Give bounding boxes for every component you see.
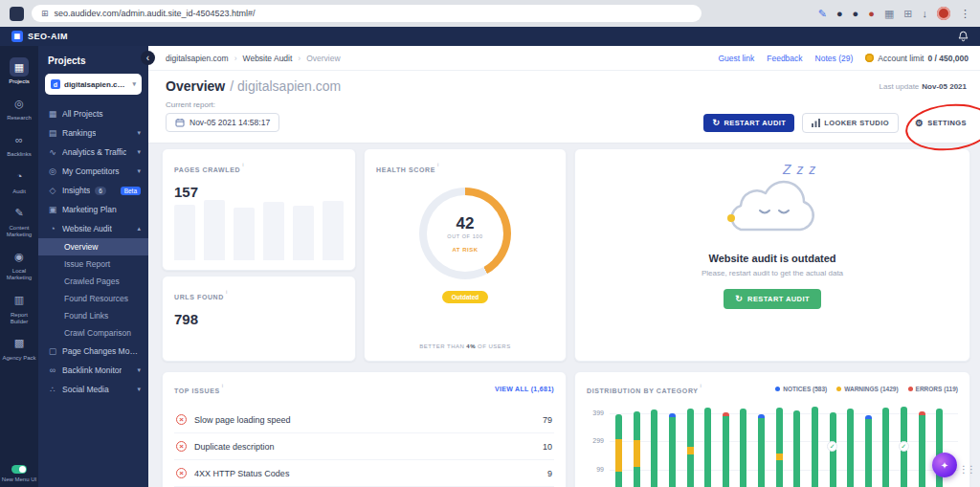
chevron-icon: ▾ <box>137 366 141 374</box>
rail-item[interactable]: ▩ Agency Pack <box>0 330 38 365</box>
sidebar-item-icon: ∴ <box>48 385 57 394</box>
rail-item-label: Research <box>7 115 32 122</box>
issue-row[interactable]: × 4XX HTTP Status Codes 9 <box>174 460 554 487</box>
sidebar-nav-item[interactable]: ∴ Social Media ▾ <box>38 380 148 399</box>
sidebar-sub-item[interactable]: Found Links <box>38 307 148 324</box>
rail-item[interactable]: ◉ Local Marketing <box>0 243 38 285</box>
sidebar-nav-item[interactable]: ∞ Backlink Monitor ▾ <box>38 361 148 380</box>
legend-item[interactable]: ERRORS (119) <box>908 386 958 392</box>
report-date-value: Nov-05 2021 14:58:17 <box>189 118 270 127</box>
dist-bar-segment <box>740 409 746 487</box>
sidebar-item-label: Marketing Plan <box>62 205 117 214</box>
legend-label: ERRORS (119) <box>916 386 958 392</box>
sidebar-sub-item[interactable]: Found Resources <box>38 290 148 307</box>
sidebar-nav-item[interactable]: ◔ Website Audit ▴ <box>38 219 148 238</box>
sidebar-nav-item[interactable]: ∿ Analytics & Traffic ▾ <box>38 143 148 162</box>
browser-menu-icon[interactable]: ⋮ <box>960 9 970 19</box>
site-settings-icon[interactable]: ⊞ <box>41 9 49 18</box>
notifications-bell-icon[interactable] <box>958 31 969 42</box>
legend-item[interactable]: WARNINGS (1429) <box>836 386 898 392</box>
breadcrumb-item[interactable]: digitalsapien.com <box>166 54 229 63</box>
card-title: HEALTH SCORE <box>376 166 435 173</box>
profile-avatar[interactable] <box>937 7 950 20</box>
view-all-link[interactable]: VIEW ALL (1,681) <box>495 386 554 392</box>
page-header: Overview / digitalsapien.com Last update… <box>148 71 980 144</box>
drag-handle[interactable]: ⋮⋮ <box>959 464 974 475</box>
rail-item[interactable]: ✎ Content Marketing <box>0 200 38 242</box>
issue-label: 4XX HTTP Status Codes <box>194 469 289 478</box>
legend-item[interactable]: NOTICES (583) <box>775 386 827 392</box>
sidebar-sub-item[interactable]: Crawl Comparison <box>38 324 148 342</box>
settings-button[interactable]: ⚙ SETTINGS <box>906 114 969 133</box>
rail-item[interactable]: ◔ Audit <box>0 164 38 199</box>
rail-item[interactable]: ▥ Report Builder <box>0 287 38 329</box>
topbar-link[interactable]: Feedback <box>767 54 802 63</box>
topbar-link[interactable]: Notes (29) <box>815 54 854 63</box>
rail-item-label: Backlinks <box>7 151 31 158</box>
legend-dot-icon <box>908 387 913 391</box>
browser-extension-icon[interactable]: ↓ <box>923 9 928 19</box>
distribution-plot: ✓✓ <box>610 397 958 487</box>
sidebar-nav-item[interactable]: ▢ Page Changes Monitor <box>38 342 148 361</box>
report-date-picker[interactable]: Nov-05 2021 14:58:17 <box>166 113 279 132</box>
sidebar-nav-item[interactable]: ▣ Marketing Plan <box>38 200 148 219</box>
new-menu-toggle[interactable] <box>11 465 27 474</box>
info-icon: i <box>226 289 227 295</box>
dist-bar-segment <box>704 408 711 487</box>
coin-icon <box>865 54 874 62</box>
count-badge: 6 <box>95 187 106 195</box>
url-bar[interactable]: ⊞ seo.audidev.com/admin.audit.site_id-45… <box>32 5 702 22</box>
sidebar-nav-item[interactable]: ▦ All Projects <box>38 104 148 123</box>
dist-bar-segment <box>776 408 783 454</box>
issue-row[interactable]: × Slow page loading speed 79 <box>174 407 554 433</box>
browser-extension-icon[interactable]: ● <box>836 9 843 19</box>
browser-extension-icon[interactable]: ▦ <box>884 9 894 19</box>
error-icon: × <box>176 468 187 478</box>
rail-item-label: Agency Pack <box>2 355 35 362</box>
sidebar-sub-item[interactable]: Overview <box>38 238 148 255</box>
website-audit-submenu: Overview Issue Report Crawled Pages Foun… <box>38 238 148 342</box>
error-icon: × <box>176 414 187 425</box>
restart-audit-label: RESTART AUDIT <box>724 119 786 127</box>
dist-bar <box>882 408 889 487</box>
issue-row[interactable]: × Duplicate description 10 <box>174 433 554 460</box>
sidebar-sub-item[interactable]: Crawled Pages <box>38 273 148 290</box>
breadcrumb-item[interactable]: Website Audit <box>243 54 293 63</box>
dist-bar <box>847 409 854 487</box>
sidebar-nav-item[interactable]: ◎ My Competitors ▾ <box>38 162 148 181</box>
restart-audit-green-button[interactable]: ↻ RESTART AUDIT <box>724 289 821 309</box>
new-menu-label: New Menu UI <box>2 476 36 482</box>
account-limit: Account limit 0 / 450,000 <box>865 54 969 63</box>
health-status: AT RISK <box>452 247 478 253</box>
project-selector[interactable]: d digitalsapien.com ▾ <box>45 74 142 95</box>
looker-studio-button[interactable]: LOOKER STUDIO <box>802 113 899 133</box>
sidebar-nav-item[interactable]: ▤ Rankings ▾ <box>38 123 148 143</box>
dist-bar-segment <box>758 418 765 487</box>
legend-dot-icon <box>775 387 780 391</box>
browser-extension-icon[interactable]: ● <box>868 9 875 19</box>
restart-audit-green-label: RESTART AUDIT <box>747 295 810 303</box>
sidebar-item-icon: ∿ <box>48 147 57 157</box>
pages-crawled-spark <box>174 199 344 260</box>
dist-bar-segment <box>651 410 657 487</box>
rail-item[interactable]: ◎ Research <box>0 90 38 125</box>
topbar-link[interactable]: Guest link <box>718 54 754 63</box>
issue-count: 79 <box>543 415 552 425</box>
spark-bar <box>234 208 255 260</box>
rail-item[interactable]: ▦ Projects <box>0 54 38 89</box>
rail-item[interactable]: ∞ Backlinks <box>0 126 38 162</box>
y-axis-label: 299 <box>592 437 604 444</box>
sidebar-sub-item[interactable]: Issue Report <box>38 255 148 273</box>
assistant-fab-button[interactable]: ✦ <box>932 453 957 477</box>
browser-extension-icon[interactable]: ⊞ <box>903 9 912 19</box>
restart-audit-button[interactable]: ↻ RESTART AUDIT <box>703 114 794 132</box>
spark-bar <box>174 205 195 260</box>
looker-studio-icon <box>812 119 820 127</box>
browser-window-icon[interactable] <box>10 7 24 21</box>
page-title: Overview <box>166 78 225 94</box>
dist-bar <box>615 414 622 487</box>
browser-extension-icon[interactable]: ● <box>853 9 859 19</box>
sidebar-collapse-button[interactable]: ‹ <box>141 51 155 65</box>
browser-extension-icon[interactable]: ✎ <box>818 9 827 19</box>
sidebar-nav-item[interactable]: ◇ Insights 6 Beta <box>38 181 148 200</box>
